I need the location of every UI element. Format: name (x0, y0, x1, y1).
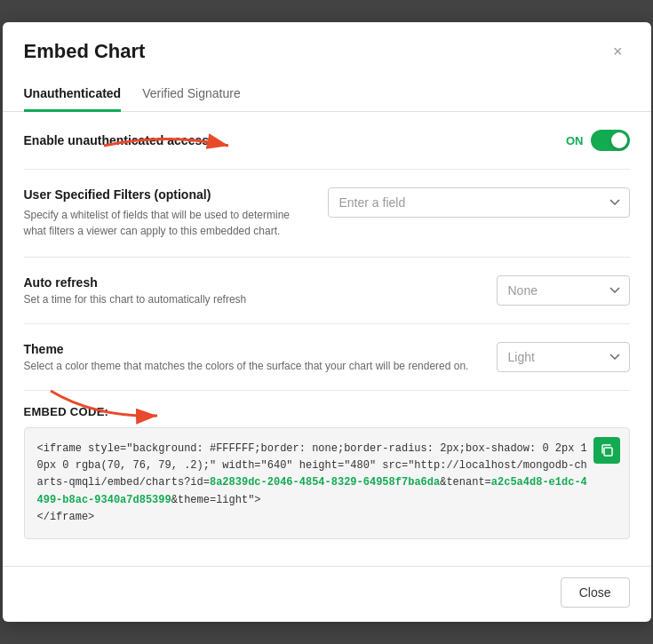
auto-refresh-row: Auto refresh Set a time for this chart t… (24, 258, 630, 324)
toggle-container: ON (566, 130, 630, 151)
auto-refresh-select[interactable]: None 1 minute 5 minutes 10 minutes 30 mi… (497, 275, 630, 306)
embed-code-box: <iframe style="background: #FFFFFF;borde… (24, 427, 630, 539)
modal-header: Embed Chart × (3, 22, 651, 63)
modal-footer: Close (3, 566, 651, 622)
toggle-on-label: ON (566, 134, 584, 147)
copy-embed-code-button[interactable] (593, 437, 620, 464)
auto-refresh-right: None 1 minute 5 minutes 10 minutes 30 mi… (497, 275, 630, 306)
close-button[interactable]: Close (561, 577, 630, 608)
embed-code-text: <iframe style="background: #FFFFFF;borde… (37, 441, 590, 526)
tab-verified-signature[interactable]: Verified Signature (142, 77, 241, 112)
modal-title: Embed Chart (24, 40, 146, 63)
auto-refresh-description: Set a time for this chart to automatical… (24, 293, 479, 306)
auto-refresh-title: Auto refresh (24, 275, 479, 290)
embed-code-section: EMBED CODE: <iframe style="background: #… (24, 391, 630, 548)
modal-overlay: Embed Chart × Unauthenticated Verified S… (0, 0, 653, 644)
enable-access-row: Enable unauthenticated access ON (24, 112, 630, 170)
code-middle: &tenant= (440, 476, 491, 489)
auto-refresh-left: Auto refresh Set a time for this chart t… (24, 275, 479, 306)
close-x-button[interactable]: × (606, 40, 630, 63)
code-chart-id: 8a2839dc-2046-4854-8329-64958f7ba6da (210, 476, 440, 489)
filters-description: Specify a whitelist of fields that will … (24, 207, 310, 239)
filters-title: User Specified Filters (optional) (24, 187, 310, 202)
enable-access-label: Enable unauthenticated access (24, 133, 210, 147)
enable-access-toggle[interactable] (591, 130, 630, 151)
modal-body: Enable unauthenticated access ON User Sp… (3, 112, 651, 566)
svg-rect-2 (604, 448, 612, 456)
theme-description: Select a color theme that matches the co… (24, 360, 479, 372)
filters-section: User Specified Filters (optional) Specif… (24, 170, 630, 258)
filters-section-right: Enter a field (328, 187, 630, 218)
theme-title: Theme (24, 342, 479, 356)
embed-code-label: EMBED CODE: (24, 405, 630, 418)
theme-select[interactable]: Light Dark (497, 342, 630, 372)
filters-field-select[interactable]: Enter a field (328, 187, 630, 218)
theme-right: Light Dark (497, 342, 630, 372)
copy-icon (600, 443, 614, 457)
theme-row: Theme Select a color theme that matches … (24, 324, 630, 391)
embed-chart-modal: Embed Chart × Unauthenticated Verified S… (3, 22, 651, 622)
theme-left: Theme Select a color theme that matches … (24, 342, 479, 372)
tabs-container: Unauthenticated Verified Signature (3, 77, 651, 112)
tab-unauthenticated[interactable]: Unauthenticated (24, 77, 122, 112)
filters-section-left: User Specified Filters (optional) Specif… (24, 187, 310, 239)
